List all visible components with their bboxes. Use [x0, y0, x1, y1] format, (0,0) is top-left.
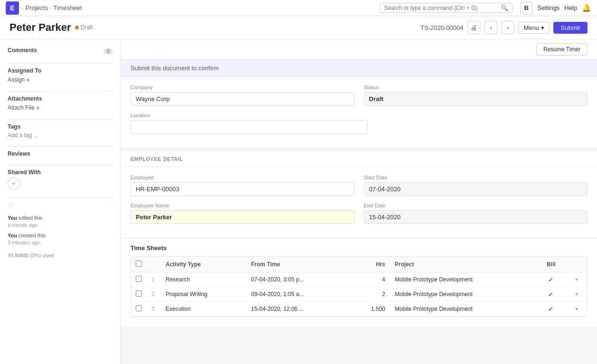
b-button[interactable]: B: [520, 2, 532, 14]
add-tag-value[interactable]: Add a tag ...: [8, 132, 113, 139]
row-checkbox-cell-2[interactable]: [131, 302, 147, 317]
employee-input[interactable]: [131, 182, 354, 196]
table-header-row: Activity Type From Time Hrs Project Bill: [131, 257, 587, 272]
reviews-label: Reviews: [8, 150, 113, 157]
breadcrumb-projects[interactable]: Projects: [26, 4, 48, 11]
company-input[interactable]: [131, 92, 354, 106]
main-layout: Comments 0 Assigned To Assign + Attachme…: [0, 39, 597, 364]
employee-detail-header: EMPLOYEE DETAIL: [121, 149, 597, 167]
activity-2-you: You: [8, 233, 17, 238]
prev-button[interactable]: ‹: [484, 21, 497, 34]
row-project-1: Mobile Prototype Development: [390, 287, 536, 302]
form-row-location: Location: [131, 112, 588, 134]
row-checkbox-cell-0[interactable]: [131, 272, 147, 287]
employee-name-field-group: Employee Name Peter Parker: [131, 203, 354, 224]
status-badge: Draft: [75, 24, 93, 31]
status-field-group: Status Draft: [364, 84, 588, 106]
search-bar[interactable]: 🔍: [380, 3, 513, 13]
heart-icon[interactable]: ♡: [8, 202, 113, 211]
row-activity-1: Proposal Writing: [161, 287, 246, 302]
status-form-label: Status: [364, 84, 588, 90]
sidebar-comments-section: Comments 0: [8, 47, 113, 56]
row-checkbox-0[interactable]: [136, 276, 142, 282]
employee-name-value: Peter Parker: [131, 210, 354, 224]
row-chevron-icon-1[interactable]: ▾: [575, 291, 578, 298]
row-action-1[interactable]: ▾: [567, 287, 587, 302]
timesheets-table-wrap: Activity Type From Time Hrs Project Bill…: [131, 256, 588, 317]
row-checkbox-cell-1[interactable]: [131, 287, 147, 302]
location-label: Location: [131, 112, 368, 118]
attach-file-link[interactable]: Attach File +: [8, 104, 113, 112]
divider-6: [8, 197, 113, 198]
bill-check-icon: ✓: [548, 305, 554, 313]
shared-with-label: Shared With: [8, 169, 113, 176]
company-field-group: Company: [131, 84, 354, 106]
activity-2-time: 3 minutes ago: [8, 240, 40, 245]
form-row-company-status: Company Status Draft: [131, 84, 588, 106]
app-logo[interactable]: E: [6, 1, 19, 15]
shared-add-button[interactable]: +: [8, 177, 20, 190]
tags-label: Tags: [8, 123, 113, 130]
form-row-name-enddate: Employee Name Peter Parker End Date 15-0…: [131, 203, 588, 224]
activity-1-time: a minute ago: [8, 222, 38, 228]
status-dot-icon: [75, 26, 79, 29]
employee-name-label: Employee Name: [131, 203, 354, 208]
assign-link[interactable]: Assign +: [8, 76, 113, 84]
table-row: 3 Execution 15-04-2020, 12:06 ... 1.500 …: [131, 302, 587, 317]
th-activity-type: Activity Type: [161, 257, 246, 272]
employee-field-group: Employee: [131, 175, 354, 196]
activity-log-2: You created this 3 minutes ago: [8, 232, 113, 247]
form-row-employee-startdate: Employee Start Date 07-04-2020: [131, 175, 588, 196]
th-actions: [567, 257, 587, 272]
next-button[interactable]: ›: [501, 21, 514, 34]
search-icon: 🔍: [501, 4, 508, 11]
notification-bell-icon[interactable]: 🔔: [582, 3, 591, 12]
divider-3: [8, 119, 113, 120]
th-select-all[interactable]: [131, 257, 147, 272]
location-field-group: Location: [131, 112, 368, 134]
row-project-0: Mobile Prototype Development: [390, 272, 536, 287]
timesheets-table: Activity Type From Time Hrs Project Bill…: [131, 257, 587, 317]
page-header: Peter Parker Draft TS-2020-00004 🖨 ‹ › M…: [0, 16, 597, 39]
row-checkbox-2[interactable]: [136, 305, 142, 311]
th-num: [147, 257, 161, 272]
comments-count: 0: [103, 48, 113, 55]
print-button[interactable]: 🖨: [467, 21, 480, 34]
row-chevron-icon-0[interactable]: ▾: [575, 276, 578, 283]
sidebar-assigned-section: Assigned To Assign +: [8, 67, 113, 84]
row-action-0[interactable]: ▾: [567, 272, 587, 287]
activity-2-action: created this: [19, 233, 46, 238]
breadcrumb-timesheet[interactable]: Timesheet: [53, 4, 82, 11]
divider-1: [8, 63, 113, 64]
page-title: Peter Parker: [9, 21, 71, 34]
resume-timer-button[interactable]: Resume Timer: [536, 43, 588, 56]
row-fromtime-1: 09-04-2020, 1:05 a...: [246, 287, 350, 302]
help-link[interactable]: Help: [564, 4, 577, 11]
status-form-value: Draft: [364, 92, 588, 106]
attachments-label: Attachments: [8, 95, 113, 102]
submit-button[interactable]: Submit: [553, 22, 588, 34]
assigned-to-label: Assigned To: [8, 67, 113, 74]
divider-2: [8, 91, 113, 92]
row-hrs-0: 4: [350, 272, 390, 287]
row-chevron-icon-2[interactable]: ▾: [575, 306, 578, 312]
activity-log-1: You edited this a minute ago: [8, 215, 113, 229]
row-checkbox-1[interactable]: [136, 290, 142, 297]
search-input[interactable]: [384, 5, 498, 11]
comments-label: Comments: [8, 47, 37, 54]
page-header-right: TS-2020-00004 🖨 ‹ › Menu ▾ Submit: [420, 21, 588, 34]
storage-info: 49.84MB (0%) used: [8, 252, 113, 258]
menu-button[interactable]: Menu ▾: [518, 22, 549, 34]
table-row: 2 Proposal Writing 09-04-2020, 1:05 a...…: [131, 287, 587, 302]
status-label: Draft: [81, 24, 93, 31]
settings-link[interactable]: Settings: [537, 4, 560, 11]
document-id: TS-2020-00004: [420, 24, 463, 31]
assign-plus-icon: +: [26, 76, 30, 84]
location-input[interactable]: [131, 120, 368, 134]
end-date-value: 15-04-2020: [364, 210, 588, 224]
th-bill: Bill: [536, 257, 567, 272]
timesheets-tbody: 1 Research 07-04-2020, 3:05 p... 4 Mobil…: [131, 272, 587, 317]
form-body: Company Status Draft Location: [121, 77, 597, 148]
select-all-checkbox[interactable]: [136, 261, 142, 267]
row-action-2[interactable]: ▾: [567, 302, 587, 317]
